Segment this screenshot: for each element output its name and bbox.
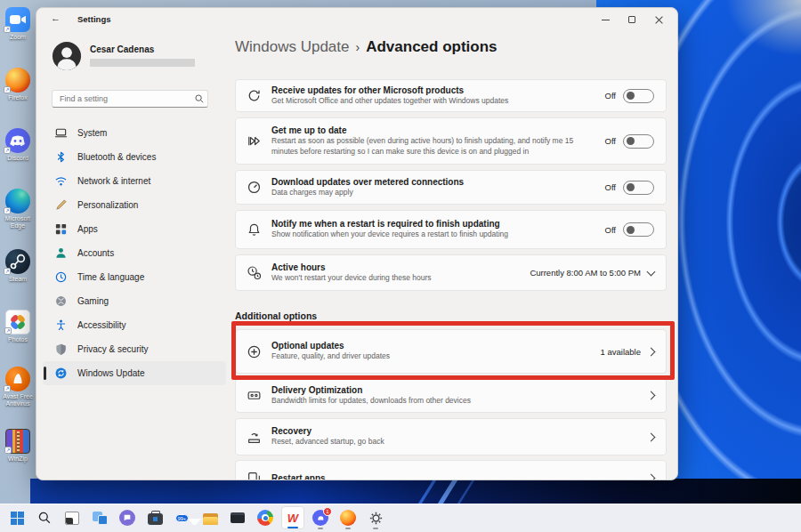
- windows-logo-icon: [11, 512, 24, 525]
- taskbar-briefcase-button[interactable]: [143, 506, 166, 529]
- sidebar-item-privacy[interactable]: Privacy & security: [43, 337, 226, 361]
- sidebar-item-windows-update[interactable]: Windows Update: [43, 361, 226, 385]
- titlebar[interactable]: ← Settings: [36, 8, 677, 31]
- profile-block[interactable]: Cesar Cadenas: [52, 41, 221, 77]
- firefox-icon: [340, 510, 356, 526]
- active-hours-value: Currently 8:00 AM to 5:00 PM: [530, 268, 641, 278]
- shortcut-arrow-icon: ↗: [4, 268, 11, 275]
- setting-row-active-hours[interactable]: Active hours We won't restart your devic…: [235, 254, 667, 291]
- taskbar-chat-button[interactable]: [116, 506, 139, 529]
- setting-row-get-me-up-to-date[interactable]: Get me up to date Restart as soon as pos…: [235, 117, 667, 165]
- sidebar-item-label: Privacy & security: [77, 344, 148, 354]
- sidebar-item-label: Gaming: [77, 296, 109, 306]
- chrome-icon: [257, 510, 273, 526]
- shield-icon: [54, 343, 68, 356]
- photos-icon: ↗: [5, 310, 30, 335]
- sidebar-item-apps[interactable]: Apps: [43, 217, 226, 241]
- windows-update-icon: [54, 367, 68, 380]
- setting-title: Active hours: [271, 262, 522, 272]
- sidebar-item-gaming[interactable]: Gaming: [43, 289, 226, 313]
- taskbar-mail-button[interactable]: 99+: [171, 506, 194, 529]
- desktop-shortcut-firefox[interactable]: ↗ Firefox: [1, 68, 35, 101]
- open-app-indicator: [345, 528, 351, 529]
- setting-row-delivery-optimization[interactable]: Delivery Optimization Bandwidth limits f…: [235, 378, 667, 413]
- breadcrumb-parent[interactable]: Windows Update: [235, 38, 350, 56]
- maximize-button[interactable]: [619, 8, 645, 31]
- search-icon: [37, 511, 52, 525]
- wps-office-icon: W: [287, 512, 298, 525]
- clock-icon: [54, 270, 68, 284]
- taskbar-wallet-button[interactable]: [226, 506, 249, 529]
- taskbar-firefox-button[interactable]: [336, 506, 360, 529]
- setting-title: Receive updates for other Microsoft prod…: [271, 85, 598, 95]
- start-button[interactable]: [5, 506, 28, 529]
- bell-icon: [236, 222, 271, 238]
- taskbar-search-button[interactable]: [33, 506, 56, 529]
- desktop: ↗ Zoom ↗ Firefox ↗ Discord ↗ Microsoft E…: [0, 0, 801, 532]
- setting-row-receive-updates[interactable]: Receive updates for other Microsoft prod…: [235, 79, 667, 112]
- desktop-shortcut-avast[interactable]: ↗ Avast Free Antivirus: [1, 367, 35, 407]
- desktop-shortcut-zoom[interactable]: ↗ Zoom: [1, 7, 35, 41]
- close-button[interactable]: [645, 8, 672, 31]
- sidebar-item-time-language[interactable]: Time & language: [43, 265, 226, 289]
- toggle-switch[interactable]: [623, 181, 654, 195]
- taskbar-settings-button[interactable]: [364, 506, 387, 529]
- settings-list: Receive updates for other Microsoft prod…: [235, 79, 667, 480]
- desktop-shortcut-steam[interactable]: ↗ Steam: [1, 249, 35, 283]
- setting-row-notify-restart[interactable]: Notify me when a restart is required to …: [235, 210, 667, 249]
- setting-desc: Bandwidth limits for updates, downloads …: [271, 396, 641, 406]
- taskbar-file-explorer-button[interactable]: [198, 506, 222, 529]
- delivery-icon: [236, 388, 271, 403]
- search-input[interactable]: [53, 94, 191, 103]
- setting-row-recovery[interactable]: Recovery Reset, advanced startup, go bac…: [235, 418, 667, 455]
- taskbar-desktop-button[interactable]: [61, 506, 84, 529]
- sidebar-item-label: Bluetooth & devices: [77, 152, 156, 162]
- desktop-shortcut-label: Zoom: [1, 34, 35, 41]
- sidebar-item-label: System: [77, 128, 107, 138]
- chevron-right-icon: [647, 391, 656, 400]
- sidebar-item-personalization[interactable]: Personalization: [43, 193, 226, 217]
- desktop-shortcut-winzip[interactable]: ↗ WinZip: [1, 429, 35, 463]
- sidebar-item-system[interactable]: System: [43, 121, 226, 145]
- zoom-app-icon: ↗: [5, 7, 30, 32]
- minimize-button[interactable]: [592, 8, 619, 31]
- recovery-icon: [236, 430, 271, 445]
- setting-desc: Reset, advanced startup, go back: [271, 437, 641, 447]
- desktop-shortcut-discord[interactable]: ↗ Discord: [1, 128, 35, 162]
- toggle-state-label: Off: [605, 136, 617, 146]
- setting-row-metered-connections[interactable]: Download updates over metered connection…: [235, 170, 667, 205]
- toggle-switch[interactable]: [623, 134, 654, 149]
- sidebar-item-label: Accounts: [77, 248, 114, 258]
- back-button[interactable]: ←: [51, 12, 61, 23]
- toggle-switch[interactable]: [623, 222, 654, 237]
- desktop-shortcut-edge[interactable]: ↗ Microsoft Edge: [1, 189, 35, 230]
- desktop-shortcut-label: WinZip: [1, 455, 35, 463]
- setting-title: Notify me when a restart is required to …: [271, 219, 598, 229]
- sidebar-item-accessibility[interactable]: Accessibility: [43, 313, 226, 337]
- desktop-shortcut-photos[interactable]: ↗ Photos: [1, 310, 35, 343]
- edge-icon: ↗: [5, 189, 30, 214]
- window-title: Settings: [77, 14, 110, 24]
- sidebar-item-bluetooth[interactable]: Bluetooth & devices: [43, 145, 226, 169]
- desktop-icon-column: ↗ Zoom ↗ Firefox ↗ Discord ↗ Microsoft E…: [0, 0, 36, 504]
- taskbar-discord-button[interactable]: 1: [309, 506, 332, 529]
- brush-icon: [54, 198, 68, 212]
- settings-window: ← Settings Cesar Cadenas: [36, 7, 678, 480]
- laptop-icon: [54, 126, 68, 140]
- toggle-switch[interactable]: [623, 89, 654, 103]
- section-label: Additional options: [235, 310, 667, 321]
- setting-row-restart-apps[interactable]: Restart apps: [235, 460, 667, 480]
- steam-icon: ↗: [5, 249, 30, 274]
- sidebar-item-accounts[interactable]: Accounts: [43, 241, 226, 265]
- chat-icon: [119, 510, 135, 526]
- sidebar-item-label: Time & language: [77, 272, 144, 282]
- taskbar-chrome-button[interactable]: [254, 506, 277, 529]
- breadcrumb: Windows Update › Advanced options: [235, 38, 498, 56]
- taskbar-wps-button[interactable]: W: [281, 506, 304, 529]
- chevron-down-icon[interactable]: [647, 267, 656, 276]
- wallet-icon: [231, 512, 245, 523]
- shortcut-arrow-icon: ↗: [4, 447, 12, 454]
- task-view-button[interactable]: [88, 506, 111, 529]
- person-icon: [54, 246, 68, 260]
- sidebar-item-network[interactable]: Network & internet: [43, 169, 226, 193]
